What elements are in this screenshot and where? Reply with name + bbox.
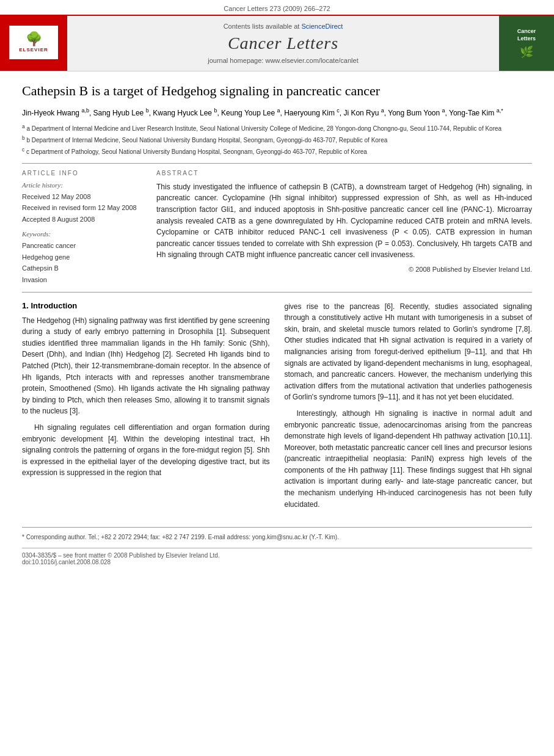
body-right-col: gives rise to the pancreas [6]. Recently…	[285, 301, 533, 515]
main-content: Cathepsin B is a target of Hedgehog sign…	[0, 71, 554, 576]
keywords-list: Pancreatic cancer Hedgehog gene Cathepsi…	[22, 240, 144, 286]
abstract-copyright: © 2008 Published by Elsevier Ireland Ltd…	[156, 266, 532, 273]
article-info-header: ARTICLE INFO	[22, 170, 144, 176]
keywords-label: Keywords:	[22, 230, 144, 238]
page-container: Cancer Letters 273 (2009) 266–272 🌳 ELSE…	[0, 0, 554, 756]
intro-left-text: The Hedgehog (Hh) signaling pathway was …	[22, 315, 270, 479]
badge-text: CancerLetters	[517, 28, 536, 42]
article-info-abstract: ARTICLE INFO Article history: Received 1…	[22, 170, 532, 286]
article-info-col: ARTICLE INFO Article history: Received 1…	[22, 170, 144, 286]
elsevier-logo-area: 🌳 ELSEVIER	[0, 16, 67, 71]
affiliation-b: b b Department of Internal Medicine, Seo…	[22, 134, 532, 145]
authors: Jin-Hyeok Hwang a,b, Sang Hyub Lee b, Kw…	[22, 106, 532, 119]
elsevier-logo-box: 🌳 ELSEVIER	[9, 26, 58, 59]
intro-para-2: Hh signaling regulates cell differentiat…	[22, 422, 270, 479]
journal-header: 🌳 ELSEVIER Contents lists available at S…	[0, 15, 554, 71]
keyword-2: Hedgehog gene	[22, 252, 144, 263]
intro-right-text: gives rise to the pancreas [6]. Recently…	[285, 301, 533, 511]
affiliations: a a Department of Internal Medicine and …	[22, 123, 532, 157]
footer-area: * Corresponding author. Tel.; +82 2 2072…	[22, 527, 532, 542]
elsevier-tree-icon: 🌳	[26, 32, 42, 46]
accepted-date: Accepted 8 August 2008	[22, 214, 144, 225]
right-para-1: gives rise to the pancreas [6]. Recently…	[285, 301, 533, 403]
journal-title-area: Contents lists available at ScienceDirec…	[67, 16, 499, 71]
keyword-1: Pancreatic cancer	[22, 240, 144, 252]
keyword-3: Cathepsin B	[22, 263, 144, 274]
contents-available: Contents lists available at ScienceDirec…	[224, 23, 343, 30]
journal-title: Cancer Letters	[228, 34, 338, 53]
affiliation-c: c c Department of Pathology, Seoul Natio…	[22, 146, 532, 156]
right-para-2: Interestingly, although Hh signaling is …	[285, 408, 533, 510]
cancer-letters-badge: CancerLetters 🌿	[499, 16, 554, 71]
intro-section-title: 1. Introduction	[22, 301, 270, 310]
bottom-bar: 0304-3835/$ – see front matter © 2008 Pu…	[22, 548, 532, 565]
badge-plant-icon: 🌿	[520, 45, 533, 59]
sciencedirect-link[interactable]: ScienceDirect	[301, 23, 343, 30]
corresponding-note: * Corresponding author. Tel.; +82 2 2072…	[22, 532, 532, 542]
keyword-4: Invasion	[22, 274, 144, 286]
history-label: Article history:	[22, 181, 144, 189]
citation-text: Cancer Letters 273 (2009) 266–272	[224, 5, 330, 12]
bottom-note: 0304-3835/$ – see front matter © 2008 Pu…	[22, 552, 532, 565]
body-left-col: 1. Introduction The Hedgehog (Hh) signal…	[22, 301, 270, 515]
body-section: 1. Introduction The Hedgehog (Hh) signal…	[22, 301, 532, 515]
abstract-col: ABSTRACT This study investigated the inf…	[156, 170, 532, 286]
journal-homepage: journal homepage: www.elsevier.com/locat…	[208, 57, 358, 64]
intro-para-1: The Hedgehog (Hh) signaling pathway was …	[22, 315, 270, 417]
abstract-header: ABSTRACT	[156, 170, 532, 176]
abstract-text: This study investigated the influence of…	[156, 181, 532, 261]
article-title: Cathepsin B is a target of Hedgehog sign…	[22, 82, 532, 100]
received-date: Received 12 May 2008	[22, 191, 144, 203]
article-dates: Received 12 May 2008 Received in revised…	[22, 191, 144, 225]
journal-citation: Cancer Letters 273 (2009) 266–272	[0, 0, 554, 15]
elsevier-text: ELSEVIER	[19, 47, 48, 53]
divider-1	[22, 163, 532, 164]
revised-date: Received in revised form 12 May 2008	[22, 202, 144, 214]
affiliation-a: a a Department of Internal Medicine and …	[22, 123, 532, 133]
divider-2	[22, 292, 532, 293]
body-two-col: 1. Introduction The Hedgehog (Hh) signal…	[22, 301, 532, 515]
